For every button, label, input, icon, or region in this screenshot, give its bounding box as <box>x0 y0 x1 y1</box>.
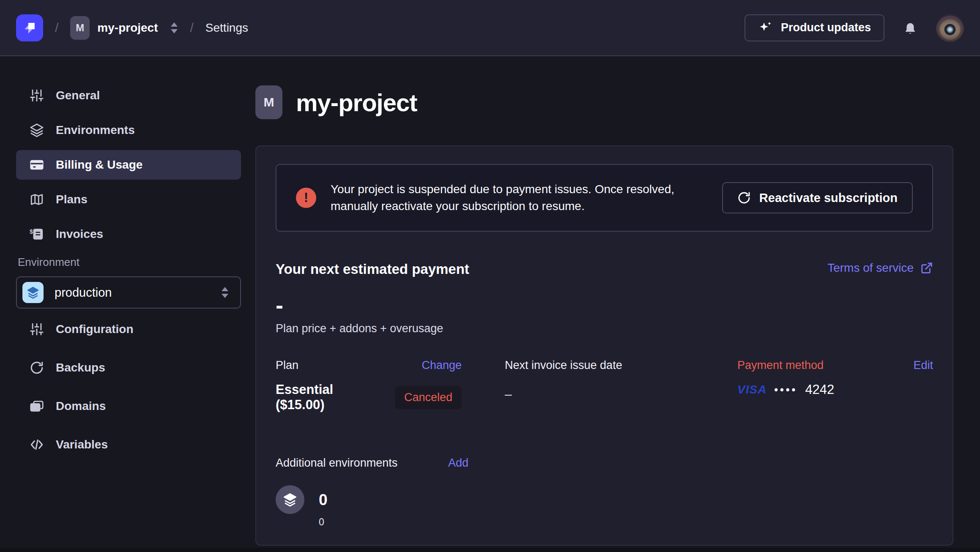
product-updates-label: Product updates <box>781 21 871 34</box>
sidebar-item-billing-usage[interactable]: Billing & Usage <box>16 150 241 180</box>
alert-exclamation-icon: ! <box>296 188 316 208</box>
user-avatar[interactable] <box>936 14 964 42</box>
environment-count-detail: 0 <box>319 516 328 528</box>
plan-status-badge: Canceled <box>395 386 462 409</box>
sidebar-item-variables[interactable]: Variables <box>16 430 241 459</box>
sidebar-item-domains[interactable]: Domains <box>16 391 241 421</box>
add-environment-link[interactable]: Add <box>448 456 468 470</box>
environment-nav-group: Configuration Backups Domains Variables <box>0 314 255 459</box>
sparkles-icon <box>758 21 772 35</box>
main-content: M my-project ! Your project is suspended… <box>255 57 953 552</box>
billing-grid: Plan Change Essential ($15.00) Canceled … <box>276 359 933 413</box>
topbar-actions: Product updates <box>745 14 964 42</box>
payment-method-label: Payment method <box>737 359 824 372</box>
sliders-icon <box>30 88 44 103</box>
sidebar-item-label: Configuration <box>56 322 134 336</box>
payment-method-column: Payment method Edit VISA •••• 4242 <box>737 359 933 413</box>
environment-select[interactable]: production <box>16 276 241 309</box>
sidebar-item-label: Billing & Usage <box>56 158 142 172</box>
next-invoice-column: Next invoice issue date – <box>505 359 695 413</box>
plan-column: Plan Change Essential ($15.00) Canceled <box>276 359 462 413</box>
project-title: my-project <box>296 88 417 117</box>
project-initial-badge: M <box>255 85 282 119</box>
sidebar-item-general[interactable]: General <box>16 81 241 110</box>
next-invoice-value: – <box>505 387 695 402</box>
layers-icon <box>276 485 304 514</box>
plan-label: Plan <box>276 359 298 372</box>
sidebar-item-label: Domains <box>56 399 106 413</box>
sort-arrows-icon <box>170 22 178 34</box>
sidebar-item-invoices[interactable]: $ Invoices <box>16 219 241 249</box>
breadcrumb-project-name: my-project <box>97 21 158 35</box>
sliders-icon <box>30 322 44 336</box>
select-arrows-icon <box>221 286 229 299</box>
breadcrumb-section: Settings <box>205 21 248 35</box>
page-title: M my-project <box>255 85 953 119</box>
sidebar-item-environments[interactable]: Environments <box>16 115 241 145</box>
brand-icon <box>21 19 38 36</box>
layers-icon <box>30 123 44 137</box>
terms-label: Terms of service <box>827 261 914 275</box>
viewport-bottom-edge <box>0 548 980 552</box>
environment-selected-value: production <box>55 286 112 300</box>
environment-icon <box>22 282 44 303</box>
notifications-bell-icon[interactable] <box>903 21 917 35</box>
sidebar-item-configuration[interactable]: Configuration <box>16 314 241 344</box>
plan-value: Essential ($15.00) <box>276 382 384 413</box>
sidebar-item-label: Variables <box>56 438 108 451</box>
stacked-windows-icon <box>30 399 44 413</box>
payment-heading: Your next estimated payment <box>276 261 469 277</box>
breadcrumb-project-switcher[interactable]: M my-project <box>70 16 178 40</box>
suspension-alert: ! Your project is suspended due to payme… <box>276 164 933 232</box>
project-initial-badge: M <box>70 16 90 40</box>
visa-logo: VISA <box>737 383 766 396</box>
credit-card-icon <box>30 158 44 172</box>
rotate-cw-icon <box>737 191 751 205</box>
card-summary: VISA •••• 4242 <box>737 382 933 397</box>
next-invoice-label: Next invoice issue date <box>505 359 622 372</box>
sidebar-item-label: Plans <box>56 193 88 206</box>
additional-environments-section: Additional environments Add 0 0 <box>276 456 933 528</box>
sidebar-item-backups[interactable]: Backups <box>16 353 241 383</box>
rotate-cw-icon <box>30 361 44 375</box>
external-link-icon <box>920 262 933 274</box>
estimated-payment-value: - <box>276 292 933 318</box>
edit-payment-link[interactable]: Edit <box>913 359 933 372</box>
sidebar-item-label: General <box>56 89 100 102</box>
additional-environments-label: Additional environments <box>276 456 397 470</box>
sidebar: General Environments Billing & Usage Pla… <box>0 57 255 468</box>
environment-count: 0 0 <box>276 485 933 528</box>
alert-message: Your project is suspended due to payment… <box>331 181 703 215</box>
app-logo[interactable] <box>16 14 43 41</box>
billing-card: ! Your project is suspended due to payme… <box>255 145 953 546</box>
environment-count-value: 0 <box>319 491 328 509</box>
invoice-icon: $ <box>30 227 44 241</box>
payment-formula: Plan price + addons + overusage <box>276 322 933 335</box>
reactivate-subscription-button[interactable]: Reactivate subscription <box>722 182 913 213</box>
sidebar-item-plans[interactable]: Plans <box>16 185 241 214</box>
reactivate-label: Reactivate subscription <box>759 191 898 205</box>
map-icon <box>30 192 44 207</box>
change-plan-link[interactable]: Change <box>422 359 462 372</box>
sidebar-item-label: Backups <box>56 361 105 374</box>
environment-section-label: Environment <box>18 256 239 269</box>
code-icon <box>30 437 44 452</box>
breadcrumb-separator: / <box>55 21 58 35</box>
payment-section-head: Your next estimated payment Terms of ser… <box>276 261 933 277</box>
card-mask: •••• <box>774 384 797 396</box>
product-updates-button[interactable]: Product updates <box>745 14 884 41</box>
sidebar-item-label: Invoices <box>56 227 103 241</box>
card-last4: 4242 <box>805 382 834 397</box>
terms-of-service-link[interactable]: Terms of service <box>827 261 933 275</box>
topbar: / M my-project / Settings Product update… <box>0 0 980 56</box>
breadcrumb-separator: / <box>190 21 194 35</box>
sidebar-item-label: Environments <box>56 123 135 137</box>
svg-text:$: $ <box>30 228 33 235</box>
